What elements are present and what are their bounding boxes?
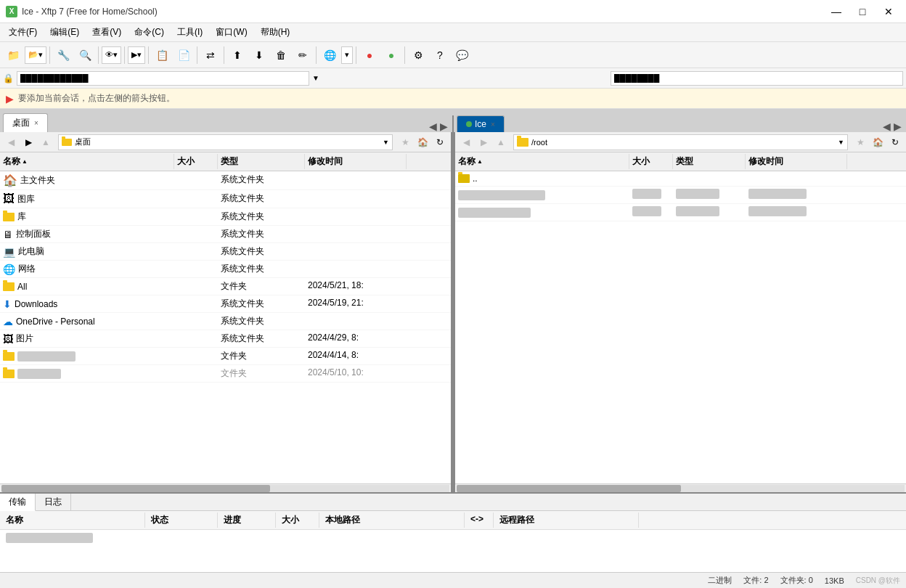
table-row[interactable]: 🖥 控制面板 系统文件夹 [0,226,451,243]
menu-window[interactable]: 窗口(W) [210,25,253,40]
toolbar-delete[interactable]: 🗑 [271,45,291,65]
toolbar-red[interactable]: ● [359,45,380,65]
right-header-size[interactable]: 大小 [629,154,673,169]
menu-help[interactable]: 帮助(H) [255,25,296,40]
left-tab-prev[interactable]: ◀ [428,121,438,132]
left-forward-btn[interactable]: ▶ [20,134,36,150]
address-input-right[interactable] [611,71,903,86]
right-refresh-btn[interactable]: ↻ [887,134,903,150]
minimize-button[interactable]: — [825,4,848,20]
file-type: 系统文件夹 [218,226,305,242]
window-title: Ice - Xftp 7 (Free for Home/School) [22,7,158,17]
table-row[interactable]: .. [455,171,906,187]
table-row[interactable]: All 文件夹 2024/5/21, 18: [0,278,451,295]
toolbar-paste[interactable]: 📄 [174,45,194,65]
toolbar-rename[interactable]: ✏ [293,45,313,65]
right-header-type[interactable]: 类型 [673,154,746,169]
toolbar-sep-7 [316,46,317,64]
close-button[interactable]: ✕ [877,4,900,20]
left-header-date[interactable]: 修改时间 [305,154,407,169]
toolbar-help[interactable]: ? [430,45,450,65]
toolbar-view-dropdown[interactable]: 👁▾ [102,46,121,64]
toolbar-settings[interactable]: ⚙ [408,45,428,65]
tab-log[interactable]: 日志 [36,494,71,510]
table-row[interactable] [0,530,906,548]
right-path-select[interactable]: /root ▼ [513,134,848,150]
table-row[interactable]: 💻 此电脑 系统文件夹 [0,243,451,261]
right-tab-prev[interactable]: ◀ [881,121,892,132]
table-row[interactable]: ⬇ Downloads 系统文件夹 2024/5/19, 21: [0,295,451,313]
right-header-name[interactable]: 名称 ▲ [455,154,629,169]
toolbar-upload[interactable]: ⬆ [227,45,248,65]
right-back-btn[interactable]: ◀ [458,134,474,150]
toolbar-edit1[interactable]: 🔧 [53,45,73,65]
toolbar-action-dropdown[interactable]: ▶▾ [128,46,145,64]
menu-file[interactable]: 文件(F) [3,25,43,40]
home-icon: 🏠 [3,173,17,187]
transfer-col-status: 状态 [145,513,218,528]
left-refresh-btn[interactable]: ↻ [432,134,448,150]
left-header-size-label: 大小 [177,155,195,168]
right-scrollbar[interactable] [455,483,906,492]
right-home-btn[interactable]: 🏠 [870,134,886,150]
maximize-button[interactable]: □ [851,4,874,20]
table-row[interactable]: ████████ 文件夹 2024/4/14, 8: [0,348,451,365]
menu-tools[interactable]: 工具(I) [171,25,208,40]
toolbar-globe-dropdown[interactable]: ▾ [341,46,353,64]
right-up-btn[interactable]: ▲ [493,134,509,150]
left-home-btn[interactable]: 🏠 [415,134,430,150]
file-date [746,172,847,185]
left-path-select[interactable]: 桌面 ▼ [58,134,393,150]
status-mode: 二进制 [708,575,732,586]
toolbar-globe[interactable]: 🌐 [319,45,340,65]
left-header-size[interactable]: 大小 [174,154,218,169]
left-back-btn[interactable]: ◀ [3,134,19,150]
table-row[interactable]: 库 系统文件夹 [0,208,451,226]
toolbar-copy[interactable]: 📋 [152,45,172,65]
right-tab-next[interactable]: ▶ [892,121,903,132]
right-folder-icon [517,138,528,147]
right-header-date[interactable]: 修改时间 [746,154,847,169]
table-row[interactable] [455,204,906,221]
left-scrollbar[interactable] [0,483,451,492]
left-bookmark-btn[interactable]: ★ [397,134,413,150]
table-row[interactable]: 🏠 主文件夹 系统文件夹 [0,171,451,190]
tab-desktop-close[interactable]: × [34,119,38,127]
file-size [174,244,218,259]
address-dropdown-arrow[interactable]: ▼ [312,74,319,82]
table-row[interactable]: ████ 文件夹 2024/5/10, 10: [0,365,451,383]
tab-ice[interactable]: Ice × [457,115,505,132]
right-forward-btn[interactable]: ▶ [476,134,491,150]
tab-desktop[interactable]: 桌面 × [3,113,48,132]
tab-transfer[interactable]: 传输 [0,494,36,511]
status-bar: 二进制 文件: 2 文件夹: 0 13KB CSDN @软件 [0,572,906,588]
right-path-text: /root [531,138,547,147]
toolbar-folder-dropdown[interactable]: 📂▾ [25,46,46,64]
toolbar-chat[interactable]: 💬 [452,45,472,65]
address-input[interactable] [17,71,309,86]
file-name-blurred [458,190,545,200]
table-row[interactable]: 🌐 网络 系统文件夹 [0,261,451,278]
menu-view[interactable]: 查看(V) [86,25,127,40]
right-bookmark-btn[interactable]: ★ [852,134,868,150]
left-tab-next[interactable]: ▶ [438,121,449,132]
file-name: Downloads [15,299,57,309]
table-row[interactable]: 🖼 图片 系统文件夹 2024/4/29, 8: [0,330,451,348]
file-size [174,226,218,242]
toolbar-transfer[interactable]: ⇄ [200,45,221,65]
table-row[interactable] [455,187,906,204]
left-header-type[interactable]: 类型 [218,154,305,169]
left-header-name[interactable]: 名称 ▲ [0,154,174,169]
table-row[interactable]: 🖼 图库 系统文件夹 [0,190,451,208]
toolbar-new-folder[interactable]: 📁 [3,45,23,65]
toolbar-download[interactable]: ⬇ [249,45,269,65]
file-name-cell: ☁ OneDrive - Personal [0,314,174,329]
menu-command[interactable]: 命令(C) [128,25,170,40]
file-type: 系统文件夹 [218,191,305,207]
table-row[interactable]: ☁ OneDrive - Personal 系统文件夹 [0,313,451,330]
left-up-btn[interactable]: ▲ [38,134,54,150]
menu-edit[interactable]: 编辑(E) [44,25,85,40]
tab-ice-close[interactable]: × [491,121,495,128]
toolbar-green[interactable]: ● [381,45,401,65]
toolbar-edit2[interactable]: 🔍 [75,45,95,65]
